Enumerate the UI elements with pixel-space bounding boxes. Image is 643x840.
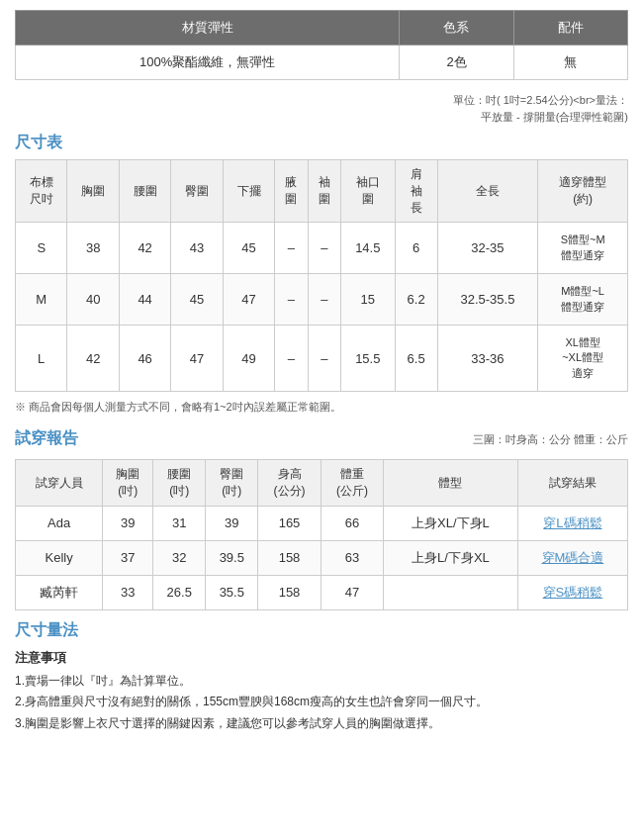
fit-val: XL體型~XL體型適穿: [538, 325, 628, 391]
color-header: 色系: [400, 11, 513, 46]
armhole-val: –: [275, 325, 308, 391]
trial-col-body: 體型: [384, 460, 518, 507]
chest-val: 38: [67, 223, 119, 274]
size-chart-row: S 38 42 43 45 – – 14.5 6 32-35 S體型~M體型通穿: [16, 223, 628, 274]
trial-name: 臧芮軒: [16, 575, 103, 609]
col-size-label: 布標尺吋: [16, 160, 67, 223]
color-value: 2色: [400, 46, 513, 80]
trial-table: 試穿人員 胸圍(吋) 腰圍(吋) 臀圍(吋) 身高(公分) 體重(公斤) 體型 …: [15, 459, 628, 610]
note-item: 2.身高體重與尺寸沒有絕對的關係，155cm豐腴與168cm瘦高的女生也許會穿同…: [15, 692, 628, 713]
hip-val: 47: [171, 325, 223, 391]
trial-weight: 47: [321, 575, 383, 609]
hem-val: 49: [223, 325, 274, 391]
material-header: 材質彈性: [16, 11, 400, 46]
material-value: 100%聚酯纖維，無彈性: [16, 46, 400, 80]
trial-col-hip: 臀圍(吋): [206, 460, 258, 507]
trial-body: [384, 575, 518, 609]
size-chart-title: 尺寸表: [15, 133, 628, 153]
notes-title: 注意事項: [15, 649, 628, 667]
armhole-val: –: [275, 274, 308, 326]
trial-col-result: 試穿結果: [517, 460, 627, 507]
trial-result: 穿M碼合適: [517, 540, 627, 575]
trial-chest: 39: [103, 506, 153, 540]
total-val: 33-36: [437, 325, 538, 391]
trial-body: 上身L/下身XL: [384, 540, 518, 575]
trial-name: Ada: [16, 506, 103, 540]
trial-weight: 63: [321, 540, 383, 575]
size-method-title: 尺寸量法: [15, 620, 628, 641]
trial-chest: 33: [103, 575, 153, 609]
trial-waist: 26.5: [153, 575, 206, 609]
trial-result: 穿S碼稍鬆: [517, 575, 627, 609]
material-properties-table: 材質彈性 色系 配件 100%聚酯纖維，無彈性 2色 無: [15, 10, 628, 80]
trial-height: 158: [258, 540, 321, 575]
trial-report-title: 試穿報告: [15, 428, 78, 449]
trial-hip: 39.5: [206, 540, 258, 575]
trial-col-height: 身高(公分): [258, 460, 321, 507]
shoulder-sleeve-val: 6: [395, 223, 437, 274]
hem-val: 47: [223, 274, 274, 326]
trial-name: Kelly: [16, 540, 103, 575]
sleeve-val: –: [308, 274, 340, 326]
shoulder-sleeve-val: 6.5: [395, 325, 437, 391]
size-label: S: [16, 223, 67, 274]
trial-result: 穿L碼稍鬆: [517, 506, 627, 540]
hip-val: 43: [171, 223, 223, 274]
col-total: 全長: [437, 160, 538, 223]
trial-report-header: 試穿報告 三圍：吋身高：公分 體重：公斤: [15, 420, 628, 455]
trial-result-link[interactable]: 穿S碼稍鬆: [543, 585, 603, 600]
total-val: 32.5-35.5: [437, 274, 538, 326]
trial-waist: 31: [153, 506, 206, 540]
fit-val: M體型~L體型通穿: [538, 274, 628, 326]
size-unit-note: 單位：吋( 1吋=2.54公分)<br>量法： 平放量 - 撐開量(合理彈性範圍…: [15, 92, 628, 125]
hip-val: 45: [171, 274, 223, 326]
trial-height: 165: [258, 506, 321, 540]
armhole-val: –: [275, 223, 308, 274]
size-label: M: [16, 274, 67, 326]
col-cuff: 袖口圍: [341, 160, 396, 223]
note-item: 1.賣場一律以『吋』為計算單位。: [15, 671, 628, 693]
trial-result-link[interactable]: 穿L碼稍鬆: [543, 515, 601, 530]
accessories-header: 配件: [513, 11, 627, 46]
notes-section: 注意事項 1.賣場一律以『吋』為計算單位。2.身高體重與尺寸沒有絕對的關係，15…: [15, 649, 628, 735]
total-val: 32-35: [437, 223, 538, 274]
fit-val: S體型~M體型通穿: [538, 223, 628, 274]
trial-waist: 32: [153, 540, 206, 575]
size-chart-table: 布標尺吋 胸圍 腰圍 臀圍 下擺 腋圍 袖圍 袖口圍 肩袖長 全長 適穿體型(約…: [15, 159, 628, 392]
trial-row: Kelly 37 32 39.5 158 63 上身L/下身XL 穿M碼合適: [16, 540, 628, 575]
size-chart-row: L 42 46 47 49 – – 15.5 6.5 33-36 XL體型~XL…: [16, 325, 628, 391]
size-label: L: [16, 325, 67, 391]
accessories-value: 無: [513, 46, 627, 80]
col-armhole: 腋圍: [275, 160, 308, 223]
col-hem: 下擺: [223, 160, 274, 223]
col-shoulder-sleeve: 肩袖長: [395, 160, 437, 223]
trial-height: 158: [258, 575, 321, 609]
trial-col-waist: 腰圍(吋): [153, 460, 206, 507]
cuff-val: 15.5: [341, 325, 396, 391]
hem-val: 45: [223, 223, 274, 274]
col-hip: 臀圍: [171, 160, 223, 223]
shoulder-sleeve-val: 6.2: [395, 274, 437, 326]
sleeve-val: –: [308, 223, 340, 274]
col-fit-type: 適穿體型(約): [538, 160, 628, 223]
col-sleeve: 袖圍: [308, 160, 340, 223]
trial-row: 臧芮軒 33 26.5 35.5 158 47 穿S碼稍鬆: [16, 575, 628, 609]
trial-col-weight: 體重(公斤): [321, 460, 383, 507]
waist-val: 44: [119, 274, 170, 326]
trial-result-link[interactable]: 穿M碼合適: [542, 550, 604, 565]
trial-col-chest: 胸圍(吋): [103, 460, 153, 507]
chest-val: 42: [67, 325, 119, 391]
col-waist: 腰圍: [119, 160, 170, 223]
chest-val: 40: [67, 274, 119, 326]
trial-row: Ada 39 31 39 165 66 上身XL/下身L 穿L碼稍鬆: [16, 506, 628, 540]
cuff-val: 15: [341, 274, 396, 326]
trial-chest: 37: [103, 540, 153, 575]
trial-weight: 66: [321, 506, 383, 540]
trial-col-name: 試穿人員: [16, 460, 103, 507]
trial-hip: 35.5: [206, 575, 258, 609]
waist-val: 46: [119, 325, 170, 391]
sleeve-val: –: [308, 325, 340, 391]
size-disclaimer: ※ 商品會因每個人測量方式不同，會略有1~2吋內誤差屬正常範圍。: [15, 400, 628, 415]
waist-val: 42: [119, 223, 170, 274]
trial-hip: 39: [206, 506, 258, 540]
